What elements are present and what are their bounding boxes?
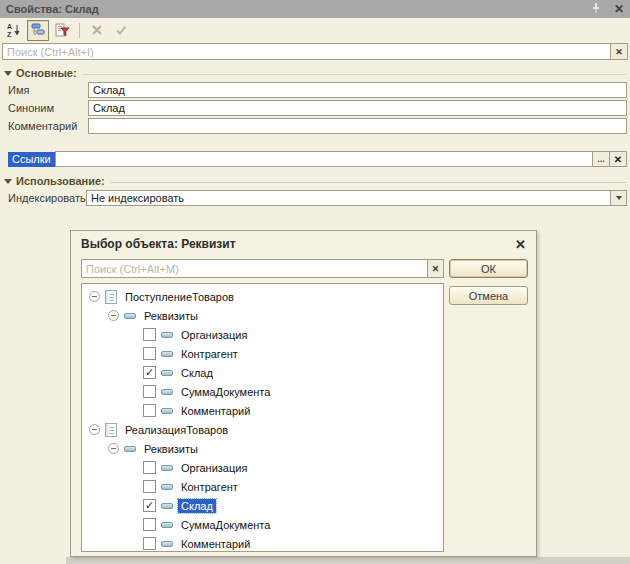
checkbox[interactable] xyxy=(143,518,156,531)
links-clear-icon[interactable]: ✕ xyxy=(610,151,627,167)
select-object-dialog: Выбор объекта: Реквизит ✕ ✕ ОК Отмена По… xyxy=(70,230,537,557)
tree-item[interactable]: Контрагент xyxy=(143,344,443,363)
attribute-icon xyxy=(124,446,136,452)
sort-categories-icon[interactable] xyxy=(27,20,49,41)
properties-search-input[interactable] xyxy=(2,43,611,60)
indexing-combo[interactable]: Не индексировать xyxy=(86,190,627,206)
dialog-search-input[interactable] xyxy=(81,259,428,278)
dialog-titlebar: Выбор объекта: Реквизит ✕ xyxy=(71,231,536,255)
properties-search-clear-icon[interactable]: ✕ xyxy=(611,43,628,60)
tree-item[interactable]: СуммаДокумента xyxy=(143,382,443,401)
links-label[interactable]: Ссылки xyxy=(8,152,55,167)
links-row: Ссылки ... ✕ xyxy=(0,150,630,168)
name-label: Имя xyxy=(8,84,88,96)
tree-item[interactable]: Организация xyxy=(143,325,443,344)
section-main-label: Основные: xyxy=(16,67,77,79)
checkbox[interactable] xyxy=(143,328,156,341)
links-field[interactable] xyxy=(55,151,593,167)
tree-item-label: СуммаДокумента xyxy=(178,518,273,532)
tree-item-label: Комментарий xyxy=(178,404,253,418)
property-row-name: Имя xyxy=(0,81,630,99)
properties-title: Свойства: Склад xyxy=(6,3,99,15)
properties-search-row: ✕ xyxy=(2,43,628,60)
close-icon[interactable]: ✕ xyxy=(614,2,624,16)
collapse-node-icon[interactable] xyxy=(108,443,119,454)
comment-label: Комментарий xyxy=(8,120,88,132)
chevron-down-icon[interactable] xyxy=(610,191,626,205)
pin-icon[interactable] xyxy=(592,2,600,16)
apply-icon[interactable] xyxy=(110,20,132,41)
tree-item[interactable]: Реквизиты xyxy=(108,306,443,325)
attribute-icon xyxy=(161,370,173,376)
checkbox[interactable] xyxy=(143,480,156,493)
checkbox[interactable] xyxy=(143,404,156,417)
tree-item[interactable]: Реквизиты xyxy=(108,439,443,458)
properties-toolbar: AZ xyxy=(0,18,630,42)
attribute-icon xyxy=(161,408,173,414)
section-divider xyxy=(111,182,626,183)
tree-item[interactable]: СуммаДокумента xyxy=(143,515,443,534)
tree-item[interactable]: Комментарий xyxy=(143,401,443,420)
dialog-title: Выбор объекта: Реквизит xyxy=(81,237,236,251)
section-usage-header[interactable]: Использование: xyxy=(0,173,630,189)
tree-item[interactable]: Контрагент xyxy=(143,477,443,496)
tree-item[interactable]: Организация xyxy=(143,458,443,477)
tree-item[interactable]: Склад xyxy=(143,496,443,515)
tree-item-label: Склад xyxy=(178,366,216,380)
document-icon xyxy=(105,423,117,437)
attribute-icon xyxy=(161,541,173,547)
attribute-icon xyxy=(161,332,173,338)
checkbox[interactable] xyxy=(143,347,156,360)
filter-important-icon[interactable] xyxy=(51,20,73,41)
ok-button[interactable]: ОК xyxy=(449,259,528,278)
collapse-node-icon[interactable] xyxy=(89,424,100,435)
comment-field[interactable] xyxy=(88,118,627,134)
attribute-icon xyxy=(161,522,173,528)
links-ellipsis-button[interactable]: ... xyxy=(593,151,610,167)
checkbox[interactable] xyxy=(143,499,156,512)
collapse-node-icon[interactable] xyxy=(89,291,100,302)
tree-item-label: Склад xyxy=(178,499,216,513)
property-row-comment: Комментарий xyxy=(0,117,630,135)
background-window-edge xyxy=(66,557,630,564)
tree-item-label: РеализацияТоваров xyxy=(122,423,231,437)
checkbox[interactable] xyxy=(143,537,156,550)
tree-item-label: ПоступлениеТоваров xyxy=(122,290,237,304)
tree-item[interactable]: Склад xyxy=(143,363,443,382)
tree-item-label: Реквизиты xyxy=(141,309,201,323)
property-row-indexing: Индексировать Не индексировать xyxy=(0,189,630,207)
delete-icon[interactable] xyxy=(86,20,108,41)
attribute-icon xyxy=(161,503,173,509)
indexing-label: Индексировать xyxy=(8,192,86,204)
attribute-icon xyxy=(161,484,173,490)
synonym-field[interactable] xyxy=(88,100,627,116)
synonym-label: Синоним xyxy=(8,102,88,114)
name-field[interactable] xyxy=(88,82,627,98)
tree-item[interactable]: ПоступлениеТоваров xyxy=(89,287,443,306)
section-main-header[interactable]: Основные: xyxy=(0,65,630,81)
tree-item-label: Контрагент xyxy=(178,347,241,361)
document-icon xyxy=(105,290,117,304)
dialog-search-clear-icon[interactable]: ✕ xyxy=(428,259,444,278)
checkbox[interactable] xyxy=(143,366,156,379)
tree-item[interactable]: Комментарий xyxy=(143,534,443,552)
attribute-icon xyxy=(161,351,173,357)
attribute-icon xyxy=(161,465,173,471)
properties-panel: Свойства: Склад ✕ AZ ✕ Основные: Им xyxy=(0,0,630,564)
svg-text:A: A xyxy=(7,23,12,30)
checkbox[interactable] xyxy=(143,385,156,398)
checkbox[interactable] xyxy=(143,461,156,474)
indexing-value: Не индексировать xyxy=(87,192,610,204)
tree-item-label: Комментарий xyxy=(178,537,253,551)
properties-titlebar: Свойства: Склад ✕ xyxy=(0,0,630,18)
sort-az-icon[interactable]: AZ xyxy=(3,20,25,41)
attribute-icon xyxy=(161,389,173,395)
tree-item-label: Организация xyxy=(178,461,250,475)
tree-item-label: Контрагент xyxy=(178,480,241,494)
tree-list[interactable]: ПоступлениеТоваровРеквизитыОрганизацияКо… xyxy=(81,283,444,552)
section-usage-label: Использование: xyxy=(16,175,105,187)
cancel-button[interactable]: Отмена xyxy=(449,286,528,305)
collapse-node-icon[interactable] xyxy=(108,310,119,321)
dialog-close-icon[interactable]: ✕ xyxy=(515,237,526,252)
tree-item[interactable]: РеализацияТоваров xyxy=(89,420,443,439)
